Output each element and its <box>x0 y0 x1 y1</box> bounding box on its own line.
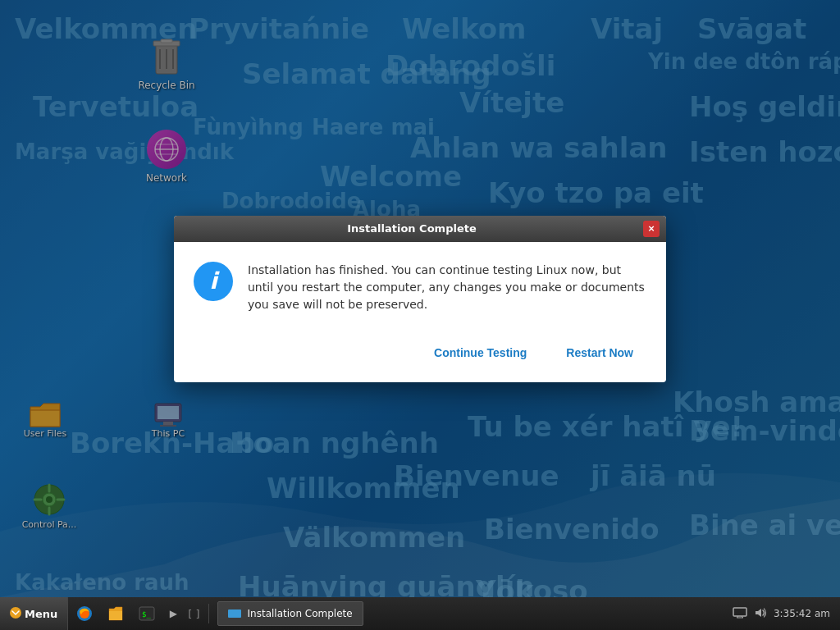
taskbar-systray: 3:35:42 am <box>723 607 840 621</box>
installation-complete-dialog: Installation Complete × i Installation h… <box>174 216 666 382</box>
taskbar-window-indicator <box>228 609 241 618</box>
taskbar-arrow-button[interactable]: ▶ <box>163 600 183 627</box>
taskbar-volume-icon[interactable] <box>754 607 767 621</box>
taskbar-menu-button[interactable]: Menu <box>0 597 68 630</box>
modal-overlay: Installation Complete × i Installation h… <box>0 0 840 597</box>
taskbar-menu-label: Menu <box>25 608 57 620</box>
restart-now-button[interactable]: Restart Now <box>553 340 646 366</box>
dialog-close-button[interactable]: × <box>643 221 660 237</box>
svg-point-22 <box>10 607 21 619</box>
dialog-buttons: Continue Testing Restart Now <box>174 330 666 382</box>
info-icon: i <box>194 262 233 301</box>
taskbar-screen-icon[interactable] <box>733 607 747 621</box>
dialog-message: Installation has finished. You can conti… <box>248 262 646 313</box>
taskbar: Menu $_ ▶ [ ] Installation Complete <box>0 597 840 630</box>
taskbar-window-button[interactable]: Installation Complete <box>217 601 363 626</box>
taskbar-window-label: Installation Complete <box>248 608 353 619</box>
svg-text:$_: $_ <box>142 610 151 619</box>
taskbar-menu-icon <box>10 607 21 621</box>
dialog-content: i Installation has finished. You can con… <box>174 242 666 330</box>
taskbar-time: 3:35:42 am <box>774 608 830 619</box>
svg-rect-27 <box>733 608 746 616</box>
taskbar-separator-1 <box>208 604 209 623</box>
dialog-title: Installation Complete <box>197 222 627 235</box>
continue-testing-button[interactable]: Continue Testing <box>421 340 540 366</box>
taskbar-brackets: [ ] <box>185 608 203 620</box>
dialog-titlebar: Installation Complete × <box>174 216 666 242</box>
taskbar-files-button[interactable] <box>103 600 129 627</box>
taskbar-terminal-button[interactable]: $_ <box>134 600 160 627</box>
taskbar-firefox-button[interactable] <box>71 600 98 627</box>
